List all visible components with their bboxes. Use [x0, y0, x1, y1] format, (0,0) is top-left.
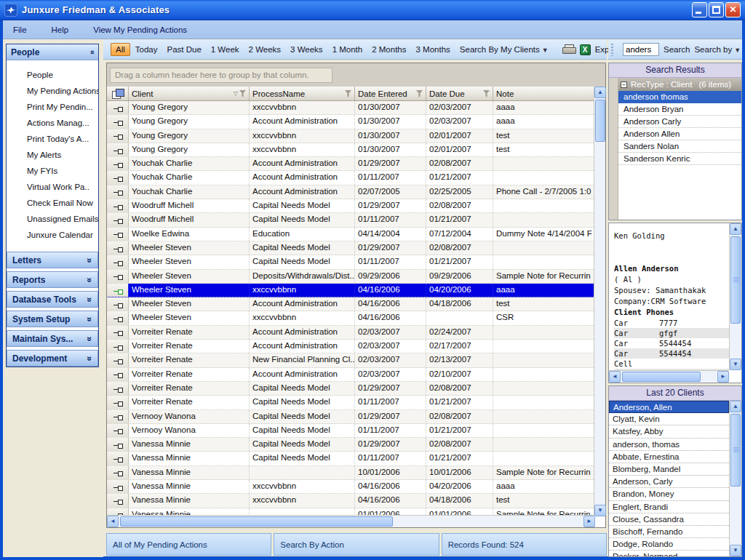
scroll-left-icon[interactable]: ◄ [107, 516, 119, 527]
column-header-date-due[interactable]: Date Due [426, 87, 493, 100]
scroll-down-icon[interactable]: ▼ [730, 545, 741, 556]
search-result-item[interactable]: Sanderson Kenric [618, 153, 741, 165]
filter-funnel-icon[interactable] [345, 90, 351, 97]
client-list-item[interactable]: Clyatt, Kevin [609, 413, 729, 425]
sidebar-section[interactable]: Database Tools » [7, 291, 98, 308]
menu-file[interactable]: File [13, 25, 27, 34]
table-row[interactable]: Youchak Charlie Account Administration 0… [107, 171, 605, 185]
scrollbar-thumb[interactable] [120, 516, 393, 527]
scrollbar-thumb[interactable] [622, 372, 701, 382]
scroll-up-icon[interactable]: ▲ [730, 401, 741, 412]
table-row[interactable]: Young Gregory xxccvvbbnn 01/30/2007 02/0… [107, 129, 605, 143]
scroll-down-icon[interactable]: ▼ [594, 505, 606, 516]
row-indicator[interactable] [107, 284, 129, 297]
row-indicator[interactable] [107, 115, 129, 128]
filter-button[interactable]: 1 Month [328, 43, 367, 56]
row-indicator[interactable] [107, 480, 129, 493]
detail-horizontal-scrollbar[interactable]: ◄ ► [609, 370, 729, 383]
column-header-note[interactable]: Note [493, 87, 593, 100]
sidebar-section[interactable]: Development » [7, 350, 98, 367]
table-row[interactable]: Vorreiter Renate New Financial Planning … [107, 353, 605, 367]
client-list-item[interactable]: Dodge, Rolando [609, 538, 729, 551]
column-header-client[interactable]: Client ▽ [129, 87, 250, 100]
table-row[interactable]: Vorreiter Renate Account Administration … [107, 326, 605, 340]
row-indicator[interactable] [107, 228, 129, 241]
filter-button[interactable]: 3 Weeks [286, 43, 327, 56]
filter-funnel-icon[interactable] [483, 90, 490, 97]
column-header-date-entered[interactable]: Date Entered [355, 87, 426, 100]
search-result-item[interactable]: Sanders Nolan [618, 140, 741, 153]
client-list-item[interactable]: Blomberg, Mandel [609, 463, 729, 476]
client-list-item[interactable]: Decker, Normand [609, 551, 729, 556]
grid-horizontal-scrollbar[interactable]: ◄ ► [107, 515, 595, 527]
table-row[interactable]: Wheeler Steven xxccvvbbnn 04/16/2006 CSR [107, 311, 605, 325]
table-row[interactable]: Youchak Charlie Account Administration 0… [107, 157, 605, 171]
scrollbar-thumb[interactable] [730, 414, 741, 487]
scroll-up-icon[interactable]: ▲ [594, 87, 606, 98]
row-indicator[interactable] [107, 368, 129, 381]
client-list-item[interactable]: Anderson, Allen [609, 401, 729, 413]
row-indicator[interactable] [107, 171, 129, 184]
row-indicator[interactable] [107, 255, 129, 268]
filter-button[interactable]: All [111, 43, 130, 56]
search-result-item[interactable]: Anderson Carly [618, 116, 741, 128]
row-indicator[interactable] [107, 382, 129, 395]
sidebar-item[interactable]: Print Today's A... [7, 131, 98, 147]
grid-vertical-scrollbar[interactable]: ▲ ▼ [594, 87, 605, 516]
table-row[interactable]: Vanessa Minnie Capital Needs Model 01/29… [107, 438, 605, 452]
menu-help[interactable]: Help [52, 25, 69, 34]
table-row[interactable]: Vanessa Minnie 10/01/2006 10/01/2006 Sam… [107, 466, 605, 480]
search-result-item[interactable]: Anderson Allen [618, 128, 741, 140]
client-list-item[interactable]: anderson, thomas [609, 439, 729, 451]
search-by-my-clients-button[interactable]: Search By My Clients▼ [455, 43, 553, 56]
table-row[interactable]: Woodruff Michell Capital Needs Model 01/… [107, 199, 605, 213]
table-row[interactable]: Vanessa Minnie Capital Needs Model 01/11… [107, 452, 605, 465]
scrollbar-thumb[interactable] [730, 236, 741, 324]
sidebar-section[interactable]: Letters » [7, 252, 98, 268]
row-indicator[interactable] [107, 424, 129, 437]
table-row[interactable]: Vanessa Minnie xxccvvbbnn 04/16/2006 04/… [107, 494, 605, 508]
menu-view-my-pending-actions[interactable]: View My Pending Actions [93, 25, 187, 34]
print-icon[interactable] [562, 44, 575, 55]
sidebar-section[interactable]: Maintain Sys... » [7, 330, 98, 347]
collapse-group-icon[interactable]: − [621, 81, 627, 88]
row-indicator[interactable] [107, 452, 129, 465]
sidebar-section-people[interactable]: People » [7, 44, 98, 60]
search-input[interactable] [623, 43, 659, 56]
table-row[interactable]: Vanessa Minnie xxccvvbbnn 04/16/2006 04/… [107, 480, 605, 494]
sidebar-section[interactable]: System Setup » [7, 311, 98, 327]
row-indicator[interactable] [107, 101, 129, 114]
row-indicator[interactable] [107, 438, 129, 451]
filter-button[interactable]: 2 Months [367, 43, 410, 56]
select-all-header[interactable] [107, 87, 129, 100]
scrollbar-thumb[interactable] [595, 100, 605, 142]
maximize-button[interactable] [709, 2, 724, 17]
search-result-item[interactable]: anderson thomas [618, 91, 741, 103]
table-row[interactable]: Vorreiter Renate Capital Needs Model 01/… [107, 382, 605, 396]
table-row[interactable]: Vorreiter Renate Account Administration … [107, 368, 605, 382]
search-result-item[interactable]: Anderson Bryan [618, 103, 741, 116]
minimize-button[interactable] [692, 2, 707, 17]
client-list-item[interactable]: Clouse, Cassandra [609, 513, 729, 526]
detail-vertical-scrollbar[interactable]: ▲ ▼ [729, 223, 741, 370]
client-list-item[interactable]: Bischoff, Fernando [609, 526, 729, 538]
filter-button[interactable]: Past Due [162, 43, 205, 56]
sidebar-item[interactable]: Check Email Now [7, 195, 98, 211]
row-indicator[interactable] [107, 157, 129, 170]
table-row[interactable]: Woelke Edwina Education 04/14/2004 07/12… [107, 228, 605, 241]
table-row[interactable]: Vernooy Wanona Capital Needs Model 01/29… [107, 410, 605, 424]
table-row[interactable]: Wheeler Steven Capital Needs Model 01/11… [107, 255, 605, 269]
scroll-right-icon[interactable]: ► [583, 516, 595, 527]
sidebar-item[interactable]: My FYIs [7, 163, 98, 179]
scroll-right-icon[interactable]: ► [717, 371, 729, 383]
row-indicator[interactable] [107, 326, 129, 339]
client-list-item[interactable]: Abbate, Ernestina [609, 451, 729, 463]
sidebar-item[interactable]: Print My Pendin... [7, 99, 98, 115]
clients-vertical-scrollbar[interactable]: ▲ ▼ [729, 401, 741, 556]
row-indicator[interactable] [107, 494, 129, 507]
filter-button[interactable]: 2 Weeks [244, 43, 286, 56]
search-button[interactable]: Search [664, 45, 690, 54]
row-indicator[interactable] [107, 410, 129, 423]
row-indicator[interactable] [107, 129, 129, 143]
row-indicator[interactable] [107, 270, 129, 283]
